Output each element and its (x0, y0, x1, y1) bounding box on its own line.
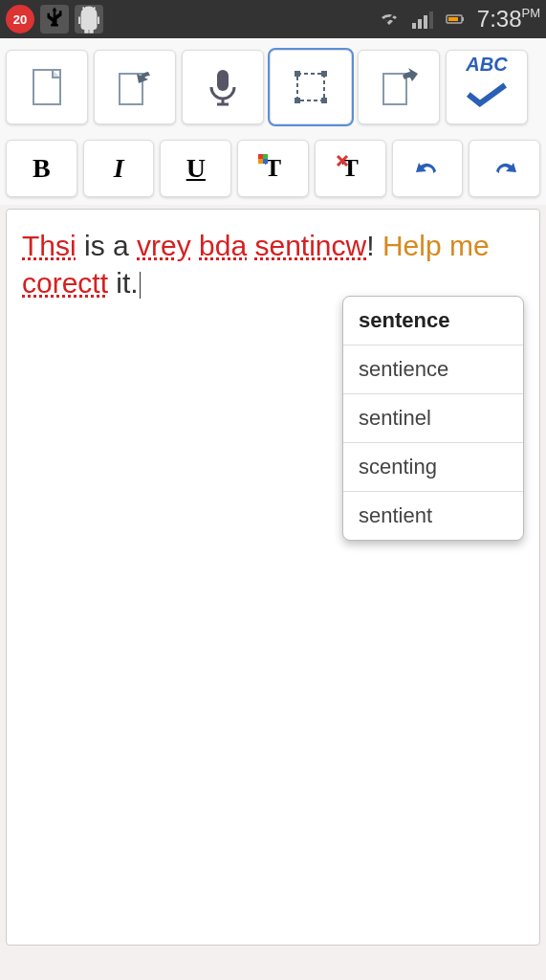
svg-rect-2 (418, 19, 422, 29)
main-toolbar: ABC (0, 38, 546, 132)
new-document-button[interactable] (6, 50, 88, 124)
text-cursor (140, 272, 141, 299)
misspell-word[interactable]: vrey (137, 230, 191, 261)
svg-rect-11 (297, 74, 324, 100)
bold-button[interactable]: B (6, 140, 77, 197)
svg-rect-15 (321, 98, 327, 103)
svg-rect-18 (263, 154, 268, 159)
svg-rect-12 (295, 71, 300, 77)
format-toolbar: B I U T T (0, 132, 546, 205)
text-segment[interactable]: is a (76, 230, 137, 261)
svg-rect-10 (217, 70, 229, 91)
svg-rect-13 (321, 71, 327, 77)
svg-rect-6 (448, 17, 458, 21)
selection-mode-button[interactable] (270, 50, 352, 124)
spellcheck-button[interactable]: ABC (446, 50, 528, 124)
svg-rect-20 (263, 159, 268, 164)
svg-rect-19 (258, 159, 263, 164)
misspell-word[interactable]: bda (199, 230, 247, 261)
undo-button[interactable] (392, 140, 464, 197)
calendar-icon: 20 (6, 5, 34, 33)
suggestion-item[interactable]: sentient (343, 492, 523, 540)
export-button[interactable] (358, 50, 440, 124)
grammar-word[interactable]: Help me (382, 230, 490, 261)
suggestion-item[interactable]: sentience (343, 345, 523, 394)
import-button[interactable] (94, 50, 176, 124)
spellcheck-label: ABC (466, 55, 507, 74)
suggestion-item[interactable]: sentence (343, 297, 523, 345)
redo-button[interactable] (469, 140, 540, 197)
voice-input-button[interactable] (182, 50, 264, 124)
document-text[interactable]: Thsi is a vrey bda sentincw! Help me cor… (22, 227, 524, 301)
misspell-word[interactable]: sentincw (254, 230, 366, 261)
clear-format-button[interactable]: T (315, 140, 386, 197)
font-color-button[interactable]: T (237, 140, 309, 197)
svg-rect-14 (295, 98, 300, 103)
svg-rect-1 (412, 23, 416, 29)
cell-signal-icon (408, 6, 435, 33)
svg-rect-17 (258, 154, 263, 159)
spellcheck-suggestion-popup: sentencesentiencesentinelscentingsentien… (342, 296, 524, 541)
text-segment[interactable] (191, 230, 199, 261)
italic-button[interactable]: I (83, 140, 155, 197)
svg-rect-3 (424, 15, 427, 29)
svg-rect-7 (462, 17, 464, 21)
svg-rect-16 (383, 74, 406, 104)
misspell-word[interactable]: Thsi (22, 230, 76, 261)
text-segment[interactable]: it. (108, 267, 139, 299)
battery-icon (441, 6, 468, 33)
suggestion-item[interactable]: scenting (343, 443, 523, 492)
wifi-off-icon (376, 6, 403, 33)
clock-time: 7:38PM (477, 6, 540, 33)
text-segment[interactable]: ! (366, 230, 382, 261)
underline-button[interactable]: U (160, 140, 231, 197)
misspell-word[interactable]: corectt (22, 267, 108, 299)
android-icon (75, 5, 103, 33)
suggestion-item[interactable]: sentinel (343, 394, 523, 443)
status-bar: 20 7:38PM (0, 0, 546, 38)
document-area[interactable]: Thsi is a vrey bda sentincw! Help me cor… (6, 209, 540, 946)
svg-rect-4 (429, 11, 433, 29)
usb-icon (40, 5, 69, 33)
